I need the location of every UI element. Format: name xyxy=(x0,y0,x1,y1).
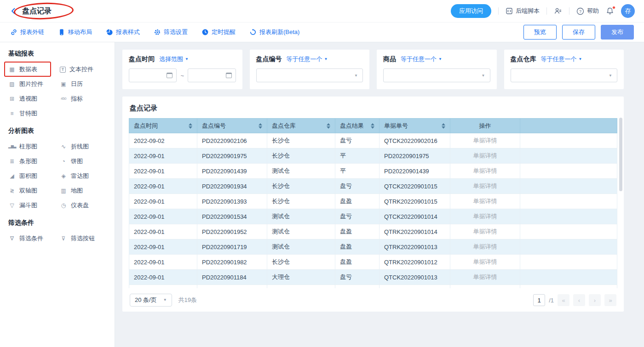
cell-no: PD20220901439 xyxy=(197,164,267,179)
sidebar-item-filter-condition[interactable]: ∇筛选条件 xyxy=(6,232,58,245)
cell-no: PD20220902106 xyxy=(197,133,267,148)
warehouse-select[interactable]: ▼ xyxy=(511,68,618,82)
sidebar-item-map[interactable]: ▥地图 xyxy=(58,184,108,198)
sidebar-item-label: 地图 xyxy=(71,187,83,195)
sort-icon[interactable] xyxy=(189,123,192,129)
sidebar-item-calendar[interactable]: ▣日历 xyxy=(58,77,108,91)
save-button[interactable]: 保存 xyxy=(562,25,595,40)
date-start-input[interactable] xyxy=(129,68,177,82)
sort-icon[interactable] xyxy=(259,123,262,129)
preview-button[interactable]: 预览 xyxy=(523,25,557,40)
sidebar-item-dual-axis-chart[interactable]: ≷双轴图 xyxy=(6,184,58,198)
cell-warehouse: 长沙仓 xyxy=(267,133,335,148)
sidebar-item-line-chart[interactable]: ∿折线图 xyxy=(58,140,108,154)
caret-down-icon: ▼ xyxy=(579,57,582,61)
member-list-icon xyxy=(554,7,562,15)
cell-time: 2022-09-01 xyxy=(129,270,197,285)
report-canvas: 盘点时间 选择范围▼ ~ 盘点编号 等于任意一个▼ ▼ 商品 xyxy=(115,42,644,347)
cell-empty xyxy=(520,194,617,209)
table-row: 2022-09-01PD20220901184大理仓盘亏QTCK20220901… xyxy=(129,270,617,285)
filter-operator-dropdown[interactable]: 等于任意一个▼ xyxy=(541,55,582,63)
sort-icon[interactable] xyxy=(442,123,445,129)
help-button[interactable]: ? 帮助 xyxy=(576,7,599,15)
column-header-no[interactable]: 盘点编号 xyxy=(197,119,267,133)
funnel-chart-icon: ▽ xyxy=(8,202,16,209)
cell-no: PD20220901534 xyxy=(197,209,267,224)
table-title: 盘点记录 xyxy=(130,104,617,113)
backend-script-button[interactable]: 后端脚本 xyxy=(506,7,540,15)
sidebar-item-column-chart[interactable]: ▂▆▃柱形图 xyxy=(6,140,58,154)
sidebar-item-funnel-chart[interactable]: ▽漏斗图 xyxy=(6,199,58,212)
cell-doc-no: QTCK20220901013 xyxy=(380,270,450,285)
filter-operator-dropdown[interactable]: 等于任意一个▼ xyxy=(287,55,328,63)
filter-operator-dropdown[interactable]: 选择范围▼ xyxy=(159,55,189,63)
toolbar-scheduled-reminder[interactable]: 定时提醒 xyxy=(201,28,236,36)
sidebar-item-metric[interactable]: 450指标 xyxy=(58,92,108,106)
sort-icon[interactable] xyxy=(371,123,374,129)
publish-button[interactable]: 发布 xyxy=(601,25,634,40)
sidebar-item-label: 仪表盘 xyxy=(71,201,89,210)
doc-detail-link[interactable]: 单据详情 xyxy=(473,152,497,159)
app-access-button[interactable]: 应用访问 xyxy=(451,4,491,18)
page-size-select[interactable]: 20 条/页 ▼ xyxy=(130,294,172,307)
sidebar-item-filter-button[interactable]: ⊽筛选按钮 xyxy=(58,232,108,245)
sidebar-item-text-widget[interactable]: T文本控件 xyxy=(58,63,108,76)
notification-bell-button[interactable] xyxy=(606,7,614,15)
sidebar-item-label: 筛选条件 xyxy=(19,234,43,243)
avatar[interactable]: 存 xyxy=(621,4,635,18)
filter-widget-warehouse: 盘点仓库 等于任意一个▼ ▼ xyxy=(504,50,624,89)
toolbar-report-style[interactable]: 报表样式 xyxy=(106,28,140,36)
sidebar-item-area-chart[interactable]: ◢面积图 xyxy=(6,169,58,183)
column-chart-icon: ▂▆▃ xyxy=(8,143,16,150)
sidebar-item-pivot[interactable]: ⊞透视图 xyxy=(6,92,58,106)
members-button[interactable] xyxy=(554,7,562,15)
sidebar-item-image-widget[interactable]: ▨图片控件 xyxy=(6,77,58,91)
toolbar-report-external-link[interactable]: 报表外链 xyxy=(10,28,44,36)
doc-detail-link[interactable]: 单据详情 xyxy=(473,167,497,174)
back-button[interactable] xyxy=(9,7,17,15)
doc-detail-link[interactable]: 单据详情 xyxy=(473,273,497,280)
sidebar-item-radar-chart[interactable]: ◈雷达图 xyxy=(58,169,108,183)
current-page-input[interactable]: 1 xyxy=(533,294,545,306)
doc-detail-link[interactable]: 单据详情 xyxy=(473,182,497,189)
filter-operator-dropdown[interactable]: 等于任意一个▼ xyxy=(401,55,442,63)
doc-detail-link[interactable]: 单据详情 xyxy=(473,198,497,205)
column-header-doc-no[interactable]: 单据单号 xyxy=(380,119,450,133)
sidebar-item-datasheet[interactable]: ▦数据表 xyxy=(6,63,58,76)
sort-icon[interactable] xyxy=(327,123,330,129)
column-header-warehouse[interactable]: 盘点仓库 xyxy=(267,119,335,133)
doc-detail-link[interactable]: 单据详情 xyxy=(473,137,497,144)
top-bar: 盘点记录 应用访问 后端脚本 ? 帮助 存 xyxy=(0,0,644,22)
prev-page-button[interactable]: ‹ xyxy=(573,294,585,306)
toolbar-filter-settings[interactable]: 筛选设置 xyxy=(154,28,188,36)
inventory-no-select[interactable]: ▼ xyxy=(256,68,363,82)
doc-detail-link[interactable]: 单据详情 xyxy=(473,258,497,265)
filter-operator-label: 等于任意一个 xyxy=(287,55,322,63)
next-page-button[interactable]: › xyxy=(589,294,601,306)
cell-warehouse: 长沙仓 xyxy=(267,255,335,270)
toolbar-report-refresh[interactable]: 报表刷新(Beta) xyxy=(249,28,299,36)
toolbar-item-label: 报表外链 xyxy=(20,28,44,36)
doc-detail-link[interactable]: 单据详情 xyxy=(473,213,497,220)
first-page-button[interactable]: « xyxy=(558,294,569,306)
sidebar-item-pie-chart[interactable]: ◔饼图 xyxy=(58,154,108,168)
cell-no: PD20220901719 xyxy=(197,239,267,255)
sidebar-item-gantt[interactable]: ≡甘特图 xyxy=(6,107,58,120)
last-page-button[interactable]: » xyxy=(604,294,616,306)
cell-result: 盘亏 xyxy=(335,209,380,224)
toolbar-mobile-layout[interactable]: 移动布局 xyxy=(58,28,92,36)
product-select[interactable]: ▼ xyxy=(383,68,490,82)
column-header-result[interactable]: 盘点结果 xyxy=(335,119,380,133)
doc-detail-link[interactable]: 单据详情 xyxy=(473,228,497,235)
gear-icon xyxy=(154,28,161,36)
sidebar-item-gauge[interactable]: ◷仪表盘 xyxy=(58,199,108,212)
pagination-bar: 20 条/页 ▼ 共19条 1 /1 « ‹ › » xyxy=(129,294,617,307)
sidebar-item-bar-chart[interactable]: ≣条形图 xyxy=(6,154,58,168)
column-header-time[interactable]: 盘点时间 xyxy=(129,119,197,133)
cell-warehouse: 测试仓 xyxy=(267,239,335,255)
vertical-scrollbar-thumb[interactable] xyxy=(619,118,622,191)
question-circle-icon: ? xyxy=(576,7,584,15)
cell-time: 2022-09-01 xyxy=(129,239,197,255)
date-end-input[interactable] xyxy=(188,68,236,82)
doc-detail-link[interactable]: 单据详情 xyxy=(473,243,497,250)
